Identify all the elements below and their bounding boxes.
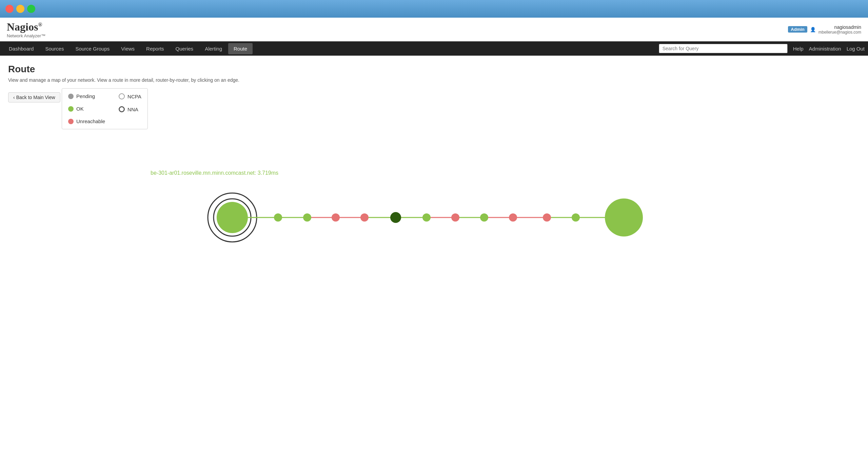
main-content: Route View and manage a map of your netw… <box>0 56 868 475</box>
nav-search-area: Help Administration Log Out <box>659 44 865 53</box>
page-description: View and manage a map of your network. V… <box>8 77 860 83</box>
node-10 <box>543 213 551 222</box>
route-svg <box>8 136 860 272</box>
legend-ncpa[interactable]: NCPA <box>119 93 141 99</box>
nav-alerting[interactable]: Alerting <box>199 43 228 54</box>
node-2 <box>303 213 311 222</box>
minimize-button[interactable] <box>16 5 24 13</box>
node-4 <box>360 213 369 222</box>
user-area: Admin 👤 nagiosadmin mbellerue@nagios.com <box>788 24 861 35</box>
ncpa-radio[interactable] <box>119 93 125 99</box>
nav-reports[interactable]: Reports <box>141 43 170 54</box>
nav-views[interactable]: Views <box>116 43 140 54</box>
nav-queries[interactable]: Queries <box>170 43 199 54</box>
chevron-left-icon: ‹ <box>13 95 15 100</box>
node-6 <box>422 213 431 222</box>
legend-status-col: Pending OK Unreachable <box>68 93 105 124</box>
legend-nna[interactable]: NNA <box>119 106 141 112</box>
nna-label: NNA <box>127 107 138 112</box>
close-button[interactable] <box>5 5 14 13</box>
nav-logout[interactable]: Log Out <box>847 46 865 52</box>
legend-radio-col: NCPA NNA <box>119 93 141 124</box>
nav-source-groups[interactable]: Source Groups <box>70 43 115 54</box>
logo-name: Nagios® <box>7 21 45 33</box>
person-icon: 👤 <box>810 27 816 32</box>
node-11 <box>572 213 580 222</box>
dest-node <box>605 198 643 236</box>
admin-badge: Admin <box>788 26 807 33</box>
app-header: Nagios® Network Analyzer™ Admin 👤 nagios… <box>0 18 868 41</box>
ok-label: OK <box>76 106 84 112</box>
source-node <box>217 202 248 233</box>
nna-radio[interactable] <box>119 106 125 112</box>
search-input[interactable] <box>659 44 788 53</box>
route-area: be-301-ar01.roseville.mn.minn.comcast.ne… <box>8 136 860 272</box>
titlebar <box>0 0 868 18</box>
node-9 <box>509 213 517 222</box>
legend-box: Pending OK Unreachable NCPA NN <box>62 88 148 129</box>
maximize-button[interactable] <box>27 5 35 13</box>
nav-help[interactable]: Help <box>793 46 804 52</box>
unreachable-dot <box>68 119 74 124</box>
page-title: Route <box>8 64 860 75</box>
nav-administration[interactable]: Administration <box>809 46 841 52</box>
node-1 <box>274 213 282 222</box>
nav-dashboard[interactable]: Dashboard <box>3 43 39 54</box>
node-8 <box>480 213 488 222</box>
logo-area: Nagios® Network Analyzer™ <box>7 21 45 38</box>
ncpa-label: NCPA <box>127 94 141 99</box>
nav-sources[interactable]: Sources <box>40 43 69 54</box>
legend-pending: Pending <box>68 93 105 99</box>
legend-ok: OK <box>68 106 105 112</box>
nav-route[interactable]: Route <box>228 43 253 54</box>
legend-unreachable: Unreachable <box>68 118 105 124</box>
user-name: nagiosadmin <box>834 24 861 30</box>
pending-dot <box>68 94 74 99</box>
user-info: nagiosadmin mbellerue@nagios.com <box>818 24 861 35</box>
back-to-main-button[interactable]: ‹ Back to Main View <box>8 92 60 102</box>
node-7 <box>451 213 459 222</box>
pending-label: Pending <box>76 93 95 99</box>
logo-sub: Network Analyzer™ <box>7 33 45 38</box>
node-5-dark <box>390 212 401 223</box>
unreachable-label: Unreachable <box>76 118 105 124</box>
user-email: mbellerue@nagios.com <box>818 30 861 35</box>
node-3 <box>332 213 340 222</box>
navbar: Dashboard Sources Source Groups Views Re… <box>0 41 868 56</box>
ok-dot <box>68 106 74 112</box>
